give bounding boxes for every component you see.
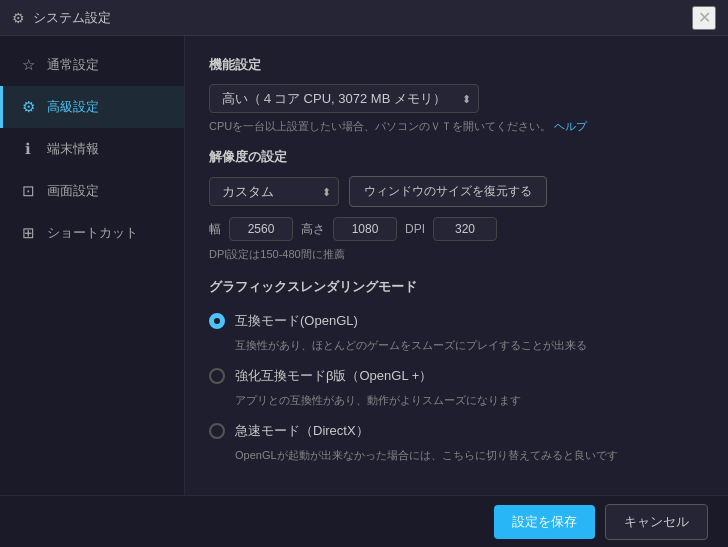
performance-select-wrapper: 高い（４コア CPU, 3072 MB メモリ） 中い（2コア CPU, 204… <box>209 84 479 113</box>
resolution-section-title: 解像度の設定 <box>209 148 704 166</box>
dimensions-row: 幅 高さ DPI <box>209 217 704 241</box>
cancel-button[interactable]: キャンセル <box>605 504 708 540</box>
info-icon: ℹ <box>19 140 37 158</box>
sidebar-item-general[interactable]: ☆ 通常設定 <box>0 44 184 86</box>
sidebar-label-shortcut: ショートカット <box>47 224 138 242</box>
save-button[interactable]: 設定を保存 <box>494 505 595 539</box>
width-label: 幅 <box>209 221 221 238</box>
performance-select[interactable]: 高い（４コア CPU, 3072 MB メモリ） 中い（2コア CPU, 204… <box>209 84 479 113</box>
sidebar-item-advanced[interactable]: ⚙ 高級設定 <box>0 86 184 128</box>
dialog-title: システム設定 <box>33 9 111 27</box>
directx-option[interactable]: 急速モード（DirectX） <box>209 418 704 444</box>
sidebar-label-advanced: 高級設定 <box>47 98 99 116</box>
opengl-plus-desc: アプリとの互換性があり、動作がよりスムーズになります <box>209 393 704 408</box>
dpi-label: DPI <box>405 222 425 236</box>
directx-radio-btn[interactable] <box>209 423 225 439</box>
display-icon: ⊡ <box>19 182 37 200</box>
help-link[interactable]: ヘルプ <box>554 120 587 132</box>
star-icon: ☆ <box>19 56 37 74</box>
sidebar: ☆ 通常設定 ⚙ 高級設定 ℹ 端末情報 ⊡ 画面設定 ⊞ ショートカット <box>0 36 185 495</box>
height-label: 高さ <box>301 221 325 238</box>
restore-size-button[interactable]: ウィンドウのサイズを復元する <box>349 176 547 207</box>
directx-desc: OpenGLが起動が出来なかった場合には、こちらに切り替えてみると良いです <box>209 448 704 463</box>
sidebar-label-display: 画面設定 <box>47 182 99 200</box>
dpi-hint: DPI設定は150-480間に推薦 <box>209 247 704 262</box>
close-button[interactable]: ✕ <box>692 6 716 30</box>
sidebar-item-device[interactable]: ℹ 端末情報 <box>0 128 184 170</box>
titlebar: ⚙ システム設定 ✕ <box>0 0 728 36</box>
dpi-input[interactable] <box>433 217 497 241</box>
performance-section-title: 機能設定 <box>209 56 704 74</box>
shortcut-icon: ⊞ <box>19 224 37 242</box>
sidebar-label-general: 通常設定 <box>47 56 99 74</box>
main-content: 機能設定 高い（４コア CPU, 3072 MB メモリ） 中い（2コア CPU… <box>185 36 728 495</box>
settings-dialog: ⚙ システム設定 ✕ ☆ 通常設定 ⚙ 高級設定 ℹ 端末情報 ⊡ 画面設定 ⊞ <box>0 0 728 547</box>
gear-icon: ⚙ <box>19 98 37 116</box>
performance-hint: CPUを一台以上設置したい場合、パソコンのＶＴを開いてください。 ヘルプ <box>209 119 704 134</box>
resolution-row: カスタム 1920x1080 2560x1440 ⬍ ウィンドウのサイズを復元す… <box>209 176 704 207</box>
resolution-preset-wrapper: カスタム 1920x1080 2560x1440 ⬍ <box>209 177 339 206</box>
sidebar-item-display[interactable]: ⊡ 画面設定 <box>0 170 184 212</box>
opengl-desc: 互換性があり、ほとんどのゲームをスムーズにプレイすることが出来る <box>209 338 704 353</box>
graphics-radio-group: 互換モード(OpenGL) 互換性があり、ほとんどのゲームをスムーズにプレイする… <box>209 308 704 469</box>
opengl-radio-btn[interactable] <box>209 313 225 329</box>
dialog-content: ☆ 通常設定 ⚙ 高級設定 ℹ 端末情報 ⊡ 画面設定 ⊞ ショートカット <box>0 36 728 495</box>
sidebar-item-shortcut[interactable]: ⊞ ショートカット <box>0 212 184 254</box>
directx-label: 急速モード（DirectX） <box>235 422 369 440</box>
graphics-section-title: グラフィックスレンダリングモード <box>209 278 704 296</box>
opengl-label: 互換モード(OpenGL) <box>235 312 358 330</box>
opengl-plus-radio-btn[interactable] <box>209 368 225 384</box>
sidebar-label-device: 端末情報 <box>47 140 99 158</box>
opengl-plus-option[interactable]: 強化互換モードβ版（OpenGL +） <box>209 363 704 389</box>
height-input[interactable] <box>333 217 397 241</box>
opengl-option[interactable]: 互換モード(OpenGL) <box>209 308 704 334</box>
opengl-plus-label: 強化互換モードβ版（OpenGL +） <box>235 367 432 385</box>
width-input[interactable] <box>229 217 293 241</box>
footer: 設定を保存 キャンセル <box>0 495 728 547</box>
resolution-preset-select[interactable]: カスタム 1920x1080 2560x1440 <box>209 177 339 206</box>
settings-icon: ⚙ <box>12 10 25 26</box>
